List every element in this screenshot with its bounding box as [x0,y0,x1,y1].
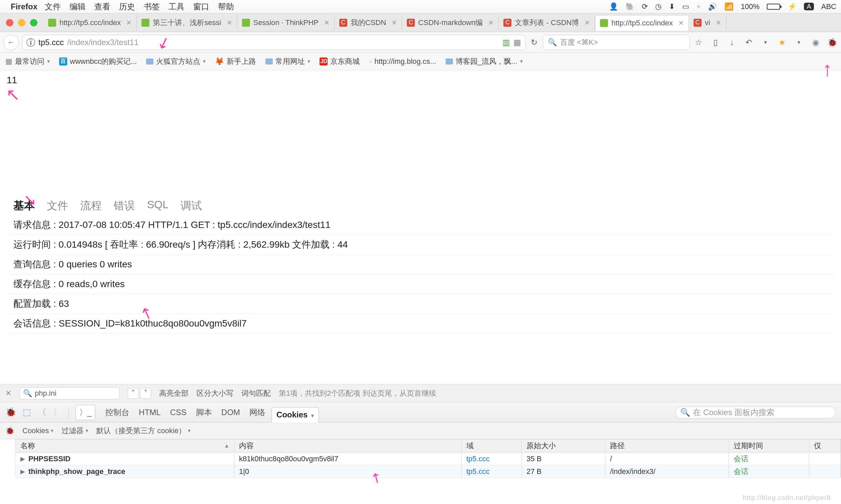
browser-tab[interactable]: 第三十讲、浅析sessi✕ [137,15,237,31]
input-source[interactable]: ABC [821,2,836,11]
firebug-icon[interactable]: 🐞 [827,37,838,48]
close-tab-icon[interactable]: ✕ [716,19,721,27]
close-tab-icon[interactable]: ✕ [678,19,684,27]
firebug-small-icon[interactable]: 🐞 [5,427,14,435]
close-findbar-button[interactable]: ✕ [5,389,11,398]
browser-tab[interactable]: CCSDN-markdown编✕ [402,15,499,31]
download-icon[interactable]: ⬇ [669,2,675,11]
col-name[interactable]: 名称▲ [16,439,234,452]
volume-icon[interactable]: 🔊 [708,2,717,11]
bookmark-item[interactable]: 火狐官方站点▾ [146,56,205,67]
devtools-tab[interactable]: 脚本 [193,405,215,420]
site-info-icon[interactable]: i [26,38,35,47]
debug-tab[interactable]: SQL [147,199,168,213]
cookies-menu[interactable]: Cookies▾ [22,427,53,435]
find-next-button[interactable]: ˅ [140,388,151,399]
close-tab-icon[interactable]: ✕ [126,19,132,27]
bookmark-item[interactable]: 博客园_流风，飘...▾ [446,56,523,67]
minimize-window-icon[interactable] [18,19,25,26]
chevron-down-icon[interactable]: ▾ [760,37,771,48]
debug-tab[interactable]: 文件 [47,199,68,213]
close-tab-icon[interactable]: ✕ [488,19,494,27]
sync-icon[interactable]: ⟳ [642,2,648,11]
adblock-icon[interactable]: ◉ [810,37,821,48]
menu-view[interactable]: 查看 [94,1,110,12]
devtools-search[interactable]: 🔍 在 Cookies 面板内搜索 [675,407,836,418]
back-button[interactable]: ← [3,35,19,50]
devtools-tab[interactable]: HTML [136,406,164,419]
evernote-icon[interactable]: 🐘 [625,2,634,11]
close-window-icon[interactable] [6,19,13,26]
find-input[interactable]: 🔍 php.ini [19,388,120,399]
browser-tab[interactable]: http://tp5.ccc/index✕ [595,15,688,31]
history-back-icon[interactable]: ↶ [744,37,754,48]
reload-button[interactable]: ↻ [529,37,539,48]
find-highlight-all[interactable]: 高亮全部 [159,389,189,398]
devtools-tab[interactable]: 控制台 [102,405,133,420]
browser-tab[interactable]: Cvi✕ [689,15,726,31]
input-badge[interactable]: A [804,3,813,11]
firebug-icon[interactable]: 🐞 [5,407,16,417]
browser-tab[interactable]: Session · ThinkPHP✕ [237,15,335,31]
cookies-filter[interactable]: 过滤器▾ [61,426,88,436]
element-picker-icon[interactable]: ⬚ [23,407,31,417]
menu-help[interactable]: 帮助 [218,1,234,12]
bookmark-item[interactable]: 🦊新手上路 [215,56,256,67]
devtools-tab[interactable]: DOM [218,406,243,419]
dev-back-button[interactable]: 〈 [38,407,47,418]
disclosure-icon[interactable]: ▶ [20,468,25,475]
app-name[interactable]: Firefox [11,2,37,11]
menu-edit[interactable]: 编辑 [70,1,86,12]
status-icon[interactable]: 👤 [609,2,618,11]
close-tab-icon[interactable]: ✕ [584,19,590,27]
find-prev-button[interactable]: ˄ [128,388,139,399]
wifi-icon[interactable]: 📶 [724,2,733,11]
downloads-icon[interactable]: ↓ [727,37,737,48]
bookmark-star-icon[interactable]: ☆ [693,37,704,48]
devtools-tab[interactable]: Cookies ▾ [271,407,319,423]
debug-tab[interactable]: 调试 [180,199,202,213]
bookmark-item[interactable]: 百wwwnbcc的购买记... [59,56,137,67]
close-tab-icon[interactable]: ✕ [227,19,232,27]
col-more[interactable]: 仅 [809,439,841,452]
bookmark-item[interactable]: 常用网址▾ [265,56,310,67]
browser-tab[interactable]: http://tp5.ccc/index✕ [43,15,137,31]
address-bar[interactable]: i tp5.ccc/index/index3/test11 ▥ ▦ [22,35,525,50]
close-tab-icon[interactable]: ✕ [324,19,329,27]
devtools-tab[interactable]: 网络 [246,405,269,420]
browser-tab[interactable]: C我的CSDN✕ [335,15,402,31]
clock-icon[interactable]: ◷ [655,2,662,11]
menu-history[interactable]: 历史 [119,1,135,12]
menu-window[interactable]: 窗口 [193,1,209,12]
col-expires[interactable]: 过期时间 [729,439,809,452]
favorite-icon[interactable]: ★ [777,37,788,48]
menu-bookmarks[interactable]: 书签 [144,1,160,12]
search-box[interactable]: 🔍 百度 <⌘K> [543,35,690,50]
menu-tools[interactable]: 工具 [168,1,184,12]
console-toggle-icon[interactable]: 〉_ [75,405,95,420]
bookmark-item[interactable]: ▦最常访问▾ [5,56,50,67]
find-whole-word[interactable]: 词句匹配 [241,389,271,398]
maximize-window-icon[interactable] [30,19,37,26]
display-icon[interactable]: ▭ [682,2,689,11]
find-case-sensitive[interactable]: 区分大小写 [197,389,233,398]
col-size[interactable]: 原始大小 [522,439,605,452]
browser-tab[interactable]: C文章列表 - CSDN博✕ [499,15,595,31]
dev-forward-button[interactable]: 〉 [53,407,62,418]
col-domain[interactable]: 域 [462,439,522,452]
debug-tab[interactable]: 错误 [114,199,135,213]
close-tab-icon[interactable]: ✕ [391,19,397,27]
menu-file[interactable]: 文件 [45,1,61,12]
bookmark-item[interactable]: JD京东商城 [320,56,360,67]
debug-tab[interactable]: 流程 [80,199,102,213]
disclosure-icon[interactable]: ▶ [20,455,25,463]
qr-icon[interactable]: ▦ [514,38,521,47]
cookie-row[interactable]: ▶PHPSESSIDk81k0thuc8qo80ou0vgm5v8il7tp5.… [15,452,841,465]
shield-icon[interactable]: ▥ [502,38,510,47]
bookmark-item[interactable]: ▫http://img.blog.cs... [369,57,436,66]
reader-icon[interactable]: ▯ [710,37,721,48]
col-path[interactable]: 路径 [605,439,729,452]
battery-icon[interactable] [767,4,780,10]
cookies-default[interactable]: 默认（接受第三方 cookie）▾ [96,426,191,436]
devtools-tab[interactable]: CSS [167,406,190,419]
